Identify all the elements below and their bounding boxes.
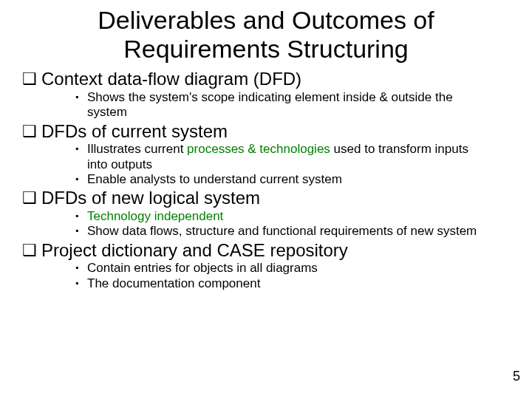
square-filled-icon: ▪ [75,90,87,104]
sub-bullet: ▪ Illustrates current processes & techno… [75,142,510,172]
title-line-2: Requirements Structuring [123,35,409,63]
square-bullet-icon: ❑ [22,240,41,261]
title-line-1: Deliverables and Outcomes of [98,6,434,34]
sub-bullet-text: Contain entries for objects in all diagr… [87,261,480,276]
bullet-new-logical: ❑ DFDs of new logical system [22,188,510,208]
square-bullet-icon: ❑ [22,121,41,142]
sub-bullet: ▪ Show data flows, structure and functio… [75,224,510,239]
bullet-current-system: ❑ DFDs of current system [22,121,510,142]
bullet-context-dfd: ❑ Context data-flow diagram (DFD) [22,69,510,89]
slide-content: ❑ Context data-flow diagram (DFD) ▪ Show… [0,69,532,291]
bullet-project-dictionary: ❑ Project dictionary and CASE repository [22,240,510,261]
square-bullet-icon: ❑ [22,69,41,89]
sub-bullet: ▪ Shows the system's scope indicating el… [75,90,510,120]
sub-text-pre: Illustrates current [87,142,187,156]
square-filled-icon: ▪ [75,224,87,238]
sub-bullet-text: Illustrates current processes & technolo… [87,142,480,172]
bullet-label: DFDs of new logical system [41,188,510,208]
slide-title: Deliverables and Outcomes of Requirement… [0,0,532,68]
sub-bullet: ▪ Enable analysts to understand current … [75,172,510,187]
square-bullet-icon: ❑ [22,188,41,208]
sub-bullet: ▪ Contain entries for objects in all dia… [75,261,510,276]
square-filled-icon: ▪ [75,172,87,186]
square-filled-icon: ▪ [75,261,87,275]
sub-bullet: ▪ Technology independent [75,209,510,224]
sub-bullet-text: The documentation component [87,276,480,291]
sub-bullet: ▪ The documentation component [75,276,510,291]
sub-bullet-text: Enable analysts to understand current sy… [87,172,480,187]
bullet-label: Context data-flow diagram (DFD) [41,69,510,89]
sub-text-green: processes & technologies [187,142,330,156]
square-filled-icon: ▪ [75,209,87,223]
square-filled-icon: ▪ [75,142,87,156]
slide: Deliverables and Outcomes of Requirement… [0,0,532,399]
sub-bullet-text: Show data flows, structure and functiona… [87,224,480,239]
sub-bullet-text: Shows the system's scope indicating elem… [87,90,480,120]
square-filled-icon: ▪ [75,276,87,290]
sub-bullet-text: Technology independent [87,209,480,224]
bullet-label: Project dictionary and CASE repository [41,240,510,261]
bullet-label: DFDs of current system [41,121,510,142]
page-number: 5 [513,369,520,384]
